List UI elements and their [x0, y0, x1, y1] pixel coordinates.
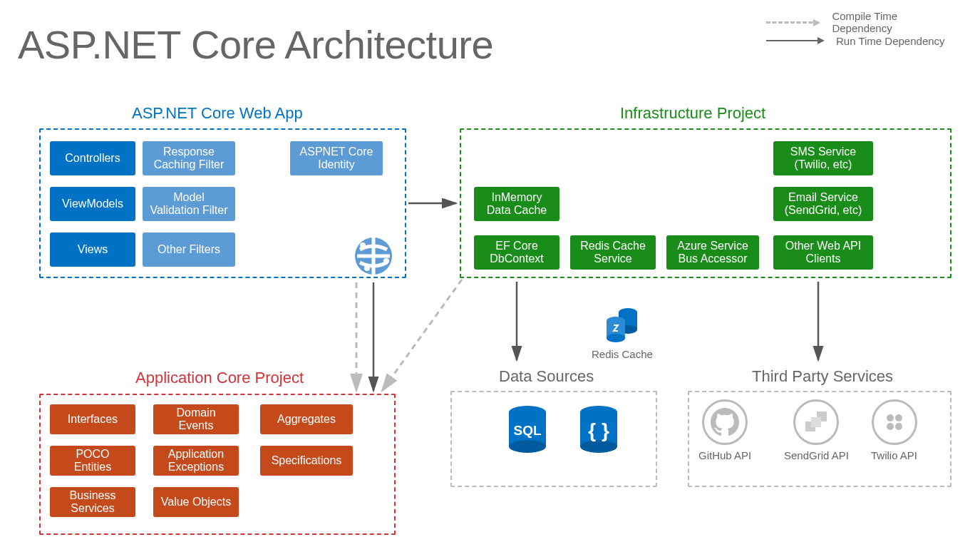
- redis-cache-icon: Redis Cache: [592, 307, 653, 360]
- other-api-node: Other Web API Clients: [773, 235, 873, 270]
- thirdparty-group-title: Third Party Services: [752, 367, 893, 386]
- dashed-arrow-icon: [766, 21, 819, 24]
- app-exceptions-node: Application Exceptions: [153, 446, 239, 476]
- aggregates-node: Aggregates: [260, 404, 353, 434]
- svg-line-28: [382, 280, 462, 391]
- domain-events-node: Domain Events: [153, 404, 239, 434]
- svg-point-9: [607, 334, 625, 342]
- value-objects-node: Value Objects: [153, 487, 239, 517]
- svg-point-22: [895, 414, 902, 421]
- svg-text:SQL: SQL: [513, 423, 541, 438]
- poco-node: POCO Entities: [50, 446, 135, 476]
- legend-compile-row: Compile Time Dependency: [766, 13, 951, 31]
- model-validation-node: Model Validation Filter: [143, 187, 235, 221]
- viewmodels-node: ViewModels: [50, 187, 135, 221]
- redis-service-node: Redis Cache Service: [570, 235, 656, 270]
- datasources-group-box: [450, 391, 657, 487]
- nosql-database-icon: { }: [577, 405, 620, 455]
- controllers-node: Controllers: [50, 141, 135, 175]
- twilio-api-icon: Twilio API: [871, 399, 917, 461]
- svg-point-16: [580, 440, 617, 453]
- github-api-icon: GitHub API: [698, 399, 751, 461]
- aspnet-web-icon: [353, 235, 394, 277]
- datasources-group-title: Data Sources: [499, 367, 594, 386]
- aspnet-identity-node: ASPNET Core Identity: [290, 141, 383, 175]
- specifications-node: Specifications: [260, 446, 353, 476]
- legend-compile-label: Compile Time Dependency: [832, 10, 951, 34]
- legend-runtime-label: Run Time Dependency: [836, 35, 945, 47]
- sendgrid-api-icon: SendGrid API: [784, 399, 849, 461]
- diagram-title: ASP.NET Core Architecture: [18, 21, 493, 68]
- other-filters-node: Other Filters: [143, 232, 235, 267]
- legend: Compile Time Dependency Run Time Depende…: [766, 13, 951, 50]
- appcore-group-title: Application Core Project: [135, 369, 304, 387]
- redis-cache-label: Redis Cache: [592, 348, 653, 360]
- business-services-node: Business Services: [50, 487, 135, 517]
- twilio-api-label: Twilio API: [871, 449, 917, 461]
- svg-point-23: [887, 423, 894, 430]
- email-service-node: Email Service (SendGrid, etc): [773, 187, 873, 221]
- solid-arrow-icon: [766, 40, 823, 41]
- github-api-label: GitHub API: [698, 449, 751, 461]
- svg-text:{ }: { }: [588, 419, 609, 441]
- sms-service-node: SMS Service (Twilio, etc): [773, 141, 873, 175]
- inmemory-cache-node: InMemory Data Cache: [474, 187, 559, 221]
- response-caching-node: Response Caching Filter: [143, 141, 235, 175]
- svg-point-1: [360, 242, 366, 248]
- efcore-node: EF Core DbContext: [474, 235, 559, 270]
- svg-rect-20: [811, 417, 821, 427]
- svg-point-2: [383, 258, 389, 264]
- svg-point-12: [509, 440, 546, 453]
- infra-group-title: Infrastructure Project: [620, 104, 765, 123]
- legend-runtime-row: Run Time Dependency: [766, 31, 951, 50]
- sql-database-icon: SQL: [506, 405, 549, 455]
- views-node: Views: [50, 232, 135, 267]
- azure-bus-node: Azure Service Bus Accessor: [666, 235, 759, 270]
- svg-point-21: [887, 414, 894, 421]
- webapp-group-title: ASP.NET Core Web App: [132, 104, 303, 123]
- svg-point-3: [364, 265, 370, 271]
- interfaces-node: Interfaces: [50, 404, 135, 434]
- sendgrid-api-label: SendGrid API: [784, 449, 849, 461]
- svg-point-24: [895, 423, 902, 430]
